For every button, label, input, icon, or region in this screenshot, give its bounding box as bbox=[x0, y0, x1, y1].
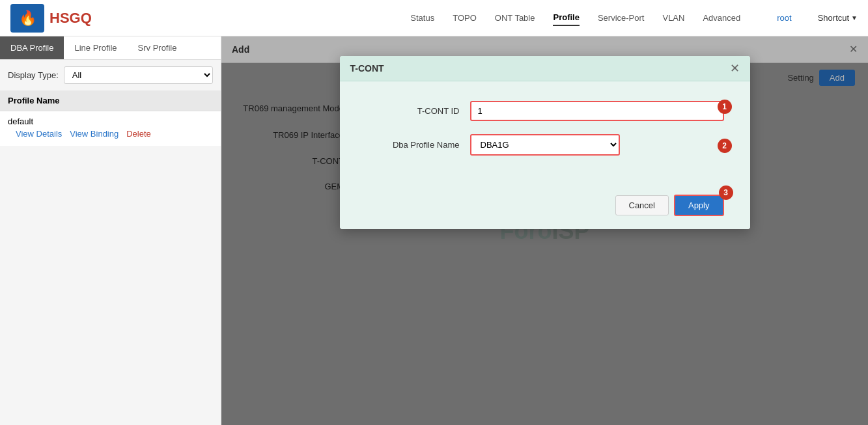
left-panel: DBA Profile Line Profile Srv Profile Dis… bbox=[0, 36, 221, 425]
logo-text: HSGQ bbox=[49, 10, 92, 27]
logo-box: 🔥 bbox=[10, 4, 44, 33]
delete-link[interactable]: Delete bbox=[126, 129, 151, 139]
nav-links: Status TOPO ONT Table Profile Service-Po… bbox=[410, 10, 858, 26]
dba-profile-label: Dba Profile Name bbox=[366, 140, 470, 150]
dba-profile-row: Dba Profile Name DBA1G bbox=[366, 134, 724, 156]
tab-dba-profile[interactable]: DBA Profile bbox=[0, 36, 64, 59]
main-content: DBA Profile Line Profile Srv Profile Dis… bbox=[0, 36, 868, 425]
badge-1: 1 bbox=[718, 100, 732, 114]
top-nav: 🔥 HSGQ Status TOPO ONT Table Profile Ser… bbox=[0, 0, 868, 36]
tab-bar: DBA Profile Line Profile Srv Profile bbox=[0, 36, 221, 60]
nav-ont-table[interactable]: ONT Table bbox=[495, 10, 535, 25]
nav-service-port[interactable]: Service-Port bbox=[598, 10, 645, 25]
badge-2: 2 bbox=[718, 139, 732, 153]
table-row[interactable]: default View Details View Binding Delete bbox=[0, 111, 221, 147]
shortcut-arrow-icon: ▼ bbox=[851, 14, 858, 21]
tab-line-profile[interactable]: Line Profile bbox=[64, 36, 127, 59]
view-binding-link[interactable]: View Binding bbox=[70, 129, 119, 139]
right-panel: ForoISP Add ✕ Setting Add TR069 manageme… bbox=[221, 36, 868, 425]
modal-title: T-CONT bbox=[350, 63, 384, 74]
nav-shortcut[interactable]: Shortcut ▼ bbox=[818, 13, 858, 23]
nav-topo[interactable]: TOPO bbox=[453, 10, 477, 25]
modal-footer: Cancel Apply 3 bbox=[340, 188, 750, 229]
display-type-select[interactable]: All bbox=[64, 66, 213, 84]
apply-button[interactable]: Apply bbox=[674, 195, 724, 216]
nav-status[interactable]: Status bbox=[410, 10, 434, 25]
modal-header: T-CONT ✕ bbox=[340, 56, 750, 81]
profile-name-header: Profile Name bbox=[0, 90, 221, 111]
tab-srv-profile[interactable]: Srv Profile bbox=[128, 36, 188, 59]
tcont-id-row: T-CONT ID bbox=[366, 101, 724, 121]
nav-advanced[interactable]: Advanced bbox=[703, 10, 740, 25]
logo-flame-icon: 🔥 bbox=[19, 10, 36, 27]
tcont-id-label: T-CONT ID bbox=[366, 106, 470, 116]
logo-area: 🔥 HSGQ bbox=[10, 4, 92, 33]
modal-body: 1 T-CONT ID 2 Dba Profile Name bbox=[340, 81, 750, 188]
shortcut-label: Shortcut bbox=[818, 13, 849, 23]
profile-name-cell: default bbox=[8, 117, 33, 126]
view-details-link[interactable]: View Details bbox=[16, 129, 62, 139]
tcont-id-input[interactable] bbox=[470, 101, 724, 121]
display-type-row: Display Type: All bbox=[0, 60, 221, 90]
cancel-button[interactable]: Cancel bbox=[615, 195, 669, 215]
dba-profile-select[interactable]: DBA1G bbox=[470, 134, 620, 156]
modal-close-button[interactable]: ✕ bbox=[730, 62, 740, 74]
modal-overlay: T-CONT ✕ 1 T-CONT ID 2 bbox=[221, 36, 868, 425]
nav-vlan[interactable]: VLAN bbox=[662, 10, 684, 25]
nav-profile[interactable]: Profile bbox=[553, 10, 579, 26]
tcont-modal: T-CONT ✕ 1 T-CONT ID 2 bbox=[340, 56, 750, 229]
display-type-label: Display Type: bbox=[8, 70, 59, 80]
view-links-row: View Details View Binding Delete bbox=[8, 126, 213, 141]
nav-user: root bbox=[777, 13, 791, 23]
badge-3: 3 bbox=[719, 185, 733, 200]
